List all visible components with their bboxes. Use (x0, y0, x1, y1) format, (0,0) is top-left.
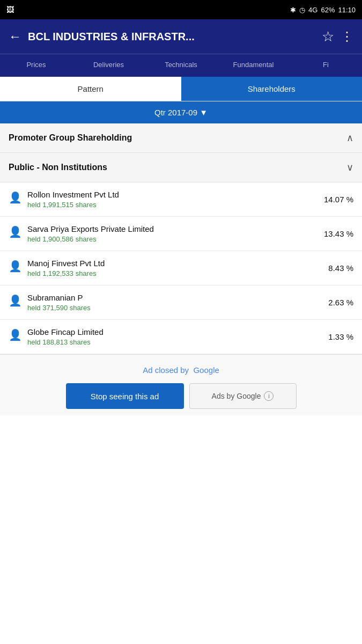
nav-tabs: Prices Deliveries Technicals Fundamental… (0, 54, 362, 77)
tab-deliveries[interactable]: Deliveries (72, 54, 145, 77)
shareholder-info: Rollon Investment Pvt Ltd held 1,991,515… (27, 190, 319, 209)
ad-section: Ad closed by Google Stop seeing this ad … (0, 354, 362, 415)
tab-pattern[interactable]: Pattern (0, 77, 181, 101)
section-tabs: Pattern Shareholders (0, 77, 362, 101)
signal-label: 4G (308, 6, 317, 14)
favorite-button[interactable]: ☆ (322, 28, 334, 45)
shareholder-info: Globe Fincap Limited held 188,813 shares (27, 327, 323, 346)
shareholder-item: 👤 Rollon Investment Pvt Ltd held 1,991,5… (0, 182, 362, 217)
quarter-selector[interactable]: Qtr 2017-09 ▼ (0, 101, 362, 123)
shareholder-item: 👤 Subramanian P held 371,590 shares 2.63… (0, 286, 362, 320)
shareholder-name: Manoj Finvest Pvt Ltd (27, 259, 323, 268)
tab-fi[interactable]: Fi (290, 54, 362, 77)
tab-fundamental[interactable]: Fundamental (217, 54, 290, 77)
shareholder-percentage: 8.43 % (328, 264, 353, 273)
promoter-group-title: Promoter Group Shareholding (9, 133, 132, 143)
alarm-icon: ◷ (299, 6, 305, 14)
shareholder-held: held 1,991,515 shares (27, 201, 319, 209)
shareholder-item: 👤 Manoj Finvest Pvt Ltd held 1,192,533 s… (0, 251, 362, 286)
tab-shareholders[interactable]: Shareholders (181, 77, 363, 101)
shareholder-held: held 1,192,533 shares (27, 269, 323, 277)
shareholder-name: Rollon Investment Pvt Ltd (27, 190, 319, 199)
shareholder-held: held 188,813 shares (27, 338, 323, 346)
shareholders-list: 👤 Rollon Investment Pvt Ltd held 1,991,5… (0, 182, 362, 354)
person-icon: 👤 (9, 294, 22, 307)
shareholder-item: 👤 Globe Fincap Limited held 188,813 shar… (0, 320, 362, 354)
person-icon: 👤 (9, 328, 22, 341)
ads-by-google-button[interactable]: Ads by Google i (189, 383, 297, 409)
stop-seeing-ad-button[interactable]: Stop seeing this ad (66, 383, 184, 409)
shareholder-name: Globe Fincap Limited (27, 327, 323, 336)
shareholder-percentage: 13.43 % (324, 229, 353, 238)
shareholder-info: Subramanian P held 371,590 shares (27, 293, 323, 312)
person-icon: 👤 (9, 191, 22, 204)
bluetooth-icon: ✱ (290, 6, 296, 14)
tab-prices[interactable]: Prices (0, 54, 72, 77)
info-icon: i (264, 391, 274, 401)
shareholder-info: Manoj Finvest Pvt Ltd held 1,192,533 sha… (27, 259, 323, 277)
shareholder-name: Subramanian P (27, 293, 323, 302)
shareholder-percentage: 1.33 % (328, 332, 353, 341)
status-bar: 🖼 ✱ ◷ 4G 62% 11:10 (0, 0, 362, 19)
promoter-group-chevron: ∧ (346, 132, 353, 144)
person-icon: 👤 (9, 225, 22, 238)
app-bar: ← BCL INDUSTRIES & INFRASTR... ☆ ⋮ (0, 19, 362, 54)
photo-icon: 🖼 (6, 5, 14, 14)
public-non-institutions-chevron: ∨ (346, 162, 353, 173)
time-label: 11:10 (338, 6, 356, 14)
shareholder-percentage: 2.63 % (328, 298, 353, 307)
battery-label: 62% (321, 6, 335, 14)
status-left: 🖼 (6, 5, 14, 14)
public-non-institutions-title: Public - Non Institutions (9, 163, 107, 172)
shareholder-percentage: 14.07 % (324, 195, 353, 204)
page-title: BCL INDUSTRIES & INFRASTR... (28, 31, 315, 43)
more-options-button[interactable]: ⋮ (341, 29, 353, 44)
shareholder-info: Sarva Priya Exports Private Limited held… (27, 224, 319, 243)
shareholder-item: 👤 Sarva Priya Exports Private Limited he… (0, 217, 362, 251)
shareholder-held: held 371,590 shares (27, 304, 323, 312)
tab-technicals[interactable]: Technicals (145, 54, 217, 77)
promoter-group-header[interactable]: Promoter Group Shareholding ∧ (0, 123, 362, 153)
google-logo: Google (191, 365, 219, 375)
ads-by-google-label: Ads by Google (212, 392, 261, 400)
shareholder-name: Sarva Priya Exports Private Limited (27, 224, 319, 233)
person-icon: 👤 (9, 260, 22, 273)
status-right: ✱ ◷ 4G 62% 11:10 (290, 6, 356, 14)
shareholder-held: held 1,900,586 shares (27, 235, 319, 243)
back-button[interactable]: ← (9, 29, 21, 44)
ad-closed-text: Ad closed by Google (9, 365, 353, 375)
public-non-institutions-header[interactable]: Public - Non Institutions ∨ (0, 153, 362, 182)
ad-buttons: Stop seeing this ad Ads by Google i (9, 383, 353, 409)
